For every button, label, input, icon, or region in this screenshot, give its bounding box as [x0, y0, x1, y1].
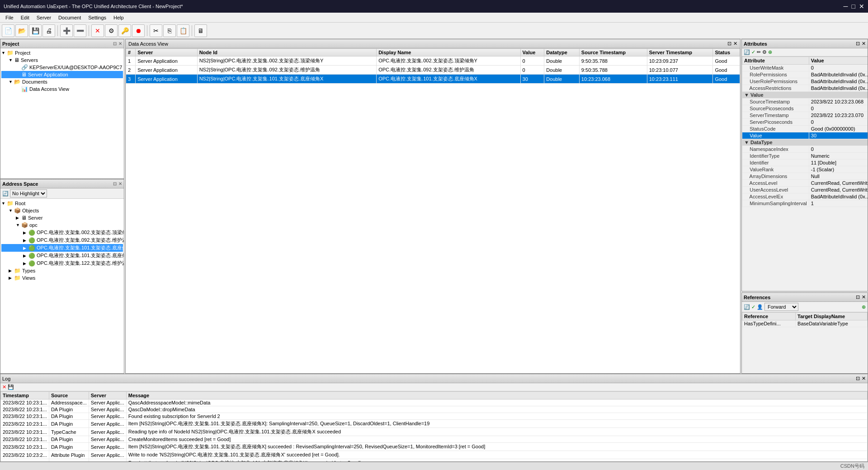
- attr-row: ▼ Value: [742, 92, 868, 99]
- cut-button[interactable]: ✂: [150, 24, 162, 37]
- log-col-ts: Timestamp: [1, 392, 49, 400]
- menu-file[interactable]: File: [2, 14, 17, 21]
- highlight-dropdown[interactable]: No Highlight Highlight All Custom: [10, 189, 47, 197]
- address-tree-item[interactable]: ▶🟢OPC.电液控.支架集.122.支架姿态.维护温角: [1, 259, 123, 267]
- log-row[interactable]: 2023/8/22 10:23:1... Addressspace... Ser…: [1, 400, 868, 406]
- address-tree-item[interactable]: ▼📦opc: [1, 221, 123, 229]
- attr-section[interactable]: ▼ DataType: [742, 139, 868, 146]
- address-tree-item[interactable]: ▶🟢OPC.电液控.支架集.092.支架姿态.维护温角: [1, 236, 123, 244]
- key-button[interactable]: 🔑: [118, 24, 131, 37]
- address-panel-header: Address Space ⊡ ✕: [0, 179, 124, 188]
- log-row[interactable]: 2023/8/22 10:23:1... DA Plugin Server Ap…: [1, 436, 868, 443]
- address-tree-item[interactable]: ▶🟢OPC.电液控.支架集.002.支架姿态.顶梁倾角Y: [1, 229, 123, 236]
- dav-table-wrap[interactable]: # Server Node Id Display Name Value Data…: [126, 48, 740, 373]
- attr-edit-icon[interactable]: ✏: [757, 49, 761, 55]
- attr-value: BadAttributeIdInvalid (0x...: [809, 71, 868, 78]
- log-cell-ts: 2023/8/22 10:23:2...: [1, 459, 49, 462]
- screen-button[interactable]: 🖥: [194, 24, 207, 37]
- address-tree-item[interactable]: ▶🟢OPC.电液控.支架集.101.支架姿态.底座倾角X: [1, 244, 123, 252]
- attr-add-icon[interactable]: ⊕: [768, 49, 772, 55]
- cell-displayname: OPC.电液控.支架集.101.支架姿态.底座倾角X: [377, 75, 520, 84]
- address-tree-item[interactable]: ▶📁Types: [1, 267, 123, 274]
- copy-button[interactable]: ⎘: [163, 24, 176, 37]
- log-table-wrap[interactable]: Timestamp Source Server Message 2023/8/2…: [0, 391, 868, 461]
- addr-tree-icon: 🟢: [28, 245, 35, 251]
- project-float-icon[interactable]: ⊡: [113, 41, 117, 46]
- menu-settings[interactable]: Settings: [85, 14, 110, 21]
- ref-tbody: HasTypeDefini... BaseDataVariableType: [742, 320, 868, 327]
- new-button[interactable]: 📄: [2, 24, 14, 37]
- record-button[interactable]: ⏺: [132, 24, 145, 37]
- log-row[interactable]: 2023/8/22 10:23:2... Attribute Plugin Se…: [1, 451, 868, 459]
- ref-close-icon[interactable]: ✕: [862, 294, 866, 300]
- address-tree-item[interactable]: ▶🖥Server: [1, 214, 123, 221]
- ref-row[interactable]: HasTypeDefini... BaseDataVariableType: [742, 320, 868, 327]
- ref-check-icon[interactable]: ✓: [751, 304, 755, 310]
- ref-person-icon[interactable]: 👤: [757, 304, 763, 310]
- stop-button[interactable]: ⚙: [105, 24, 118, 37]
- address-tree-item[interactable]: ▶📁Views: [1, 274, 123, 282]
- dav-close-icon[interactable]: ✕: [733, 41, 737, 47]
- log-save-icon[interactable]: 💾: [8, 384, 14, 390]
- menu-edit[interactable]: Edit: [17, 14, 33, 21]
- log-close-icon[interactable]: ✕: [862, 376, 866, 381]
- log-row[interactable]: 2023/8/22 10:23:1... DA Plugin Server Ap…: [1, 406, 868, 413]
- address-tree-item[interactable]: ▼📦Objects: [1, 207, 123, 214]
- cell-status: Good: [713, 56, 740, 66]
- address-float-icon[interactable]: ⊡: [113, 181, 117, 186]
- log-row[interactable]: 2023/8/22 10:23:2... Attribute Plugin Se…: [1, 459, 868, 462]
- ref-add-icon[interactable]: ⊕: [862, 304, 866, 310]
- project-tree-item[interactable]: 🖥Server Application: [1, 71, 123, 78]
- dav-float-icon[interactable]: ⊡: [727, 41, 731, 47]
- paste-button[interactable]: 📋: [177, 24, 189, 37]
- dav-row[interactable]: 1 Server Application NS2|String|OPC.电液控.…: [126, 56, 740, 66]
- attr-config-icon[interactable]: ⚙: [762, 49, 767, 55]
- menu-server[interactable]: Server: [33, 14, 55, 21]
- log-row[interactable]: 2023/8/22 10:23:1... DA Plugin Server Ap…: [1, 420, 868, 428]
- attr-refresh-icon[interactable]: 🔄: [744, 49, 750, 55]
- addr-refresh-icon[interactable]: 🔄: [2, 191, 9, 197]
- close-button[interactable]: ✕: [859, 3, 864, 10]
- project-tree-item[interactable]: ▼📁Project: [1, 49, 123, 56]
- attr-name: ServerTimestamp: [742, 112, 809, 119]
- save-button[interactable]: 💾: [29, 24, 42, 37]
- address-close-icon[interactable]: ✕: [118, 181, 122, 186]
- project-tree-item[interactable]: ▼🖥Servers: [1, 56, 123, 64]
- ref-table-wrap[interactable]: Reference Target DisplayName HasTypeDefi…: [742, 312, 868, 373]
- project-tree-item[interactable]: ▼📂Documents: [1, 78, 123, 85]
- refresh-button[interactable]: ✕: [91, 24, 104, 37]
- attr-close-icon[interactable]: ✕: [862, 41, 866, 47]
- dav-row[interactable]: 3 Server Application NS2|String|OPC.电液控.…: [126, 75, 740, 84]
- menu-document[interactable]: Document: [55, 14, 85, 21]
- project-tree-item[interactable]: 🔗KEPServerEX/UA@DESKTOP-AAOP9C7: [1, 64, 123, 71]
- log-row[interactable]: 2023/8/22 10:23:1... DA Plugin Server Ap…: [1, 413, 868, 420]
- attr-name: AccessLevel: [742, 180, 809, 187]
- project-close-icon[interactable]: ✕: [118, 41, 122, 46]
- maximize-button[interactable]: □: [852, 3, 855, 10]
- log-row[interactable]: 2023/8/22 10:23:1... DA Plugin Server Ap…: [1, 443, 868, 451]
- addr-tree-label: Views: [22, 275, 35, 281]
- open-button[interactable]: 📂: [15, 24, 28, 37]
- attr-table-wrap[interactable]: Attribute Value UserWriteMask 0 RolePerm…: [742, 56, 868, 291]
- attr-section[interactable]: ▼ Value: [742, 92, 868, 99]
- attr-name: AccessRestrictions: [742, 85, 809, 92]
- log-clear-icon[interactable]: ✕: [2, 384, 6, 390]
- log-float-icon[interactable]: ⊡: [856, 376, 860, 381]
- menu-help[interactable]: Help: [110, 14, 127, 21]
- ref-float-icon[interactable]: ⊡: [856, 294, 860, 300]
- print-button[interactable]: 🖨: [42, 24, 55, 37]
- attr-value: 0: [809, 65, 868, 71]
- ref-refresh-icon[interactable]: 🔄: [744, 304, 750, 310]
- project-tree-item[interactable]: 📊Data Access View: [1, 85, 123, 93]
- forward-dropdown[interactable]: Forward Backward Both: [764, 303, 798, 311]
- address-tree-item[interactable]: ▼📁Root: [1, 200, 123, 207]
- minimize-button[interactable]: ─: [844, 3, 848, 10]
- attr-value: 30: [809, 132, 868, 139]
- disconnect-button[interactable]: ➖: [74, 24, 86, 37]
- dav-row[interactable]: 2 Server Application NS2|String|OPC.电液控.…: [126, 66, 740, 75]
- connect-button[interactable]: ➕: [60, 24, 73, 37]
- attr-float-icon[interactable]: ⊡: [856, 41, 860, 47]
- log-row[interactable]: 2023/8/22 10:23:1... TypeCache Server Ap…: [1, 428, 868, 436]
- address-tree-item[interactable]: ▶🟢OPC.电液控.支架集.101.支架姿态.底座倾角Y: [1, 252, 123, 259]
- attr-check-icon[interactable]: ✓: [751, 49, 755, 55]
